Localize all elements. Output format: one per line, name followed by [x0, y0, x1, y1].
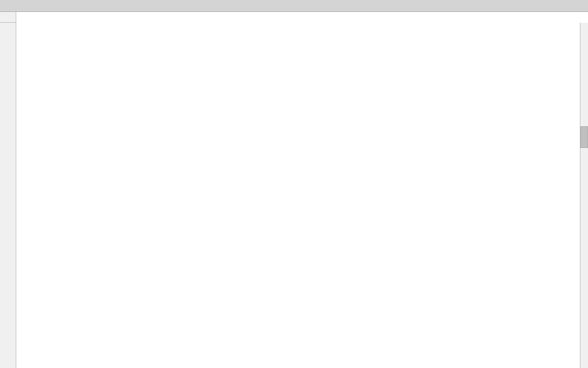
org-chart	[16, 23, 572, 368]
grid-area	[0, 23, 588, 368]
spreadsheet-window	[0, 0, 588, 368]
scrollbar-thumb[interactable]	[580, 126, 588, 148]
excel-top-bar	[0, 0, 588, 12]
row-numbers	[0, 23, 16, 368]
vertical-scrollbar[interactable]	[580, 23, 588, 368]
chart-canvas	[16, 23, 580, 368]
row-col-corner	[0, 12, 16, 23]
